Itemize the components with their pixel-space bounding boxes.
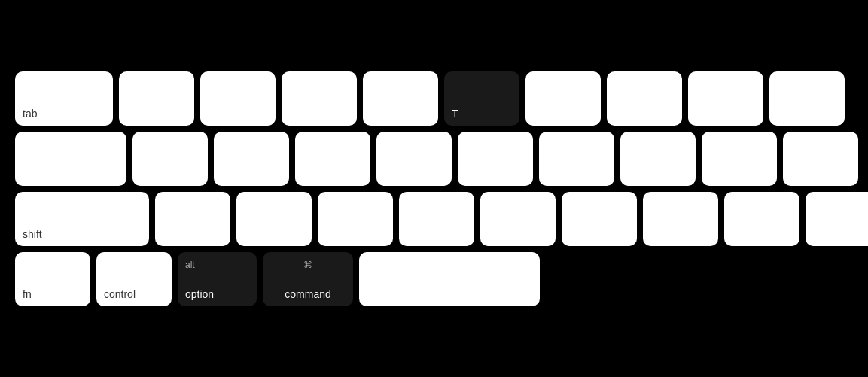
key-b[interactable]	[480, 192, 556, 246]
key-h[interactable]	[539, 132, 614, 186]
key-k[interactable]	[702, 132, 777, 186]
key-v[interactable]	[399, 192, 474, 246]
key-u[interactable]	[607, 71, 682, 126]
key-j[interactable]	[620, 132, 696, 186]
key-t[interactable]: T	[444, 71, 519, 126]
key-command-label: command	[285, 288, 330, 300]
key-fn-label: fn	[23, 288, 32, 300]
key-i[interactable]	[688, 71, 763, 126]
key-space[interactable]	[359, 252, 540, 306]
key-command-symbol: ⌘	[303, 260, 312, 270]
key-alt-option[interactable]: alt option	[178, 252, 257, 306]
key-n[interactable]	[562, 192, 637, 246]
key-r[interactable]	[363, 71, 438, 126]
key-tab[interactable]: tab	[15, 71, 113, 126]
key-s[interactable]	[214, 132, 289, 186]
key-y[interactable]	[525, 71, 601, 126]
key-control-label: control	[104, 288, 136, 300]
key-shift-label: shift	[23, 228, 42, 240]
keyboard-row-4: fn control alt option ⌘ command	[15, 252, 853, 306]
key-a[interactable]	[132, 132, 208, 186]
key-control[interactable]: control	[96, 252, 172, 306]
key-f[interactable]	[376, 132, 452, 186]
key-command[interactable]: ⌘ command	[263, 252, 353, 306]
key-o[interactable]	[769, 71, 845, 126]
keyboard: tab T shift	[0, 58, 868, 320]
keyboard-row-2	[15, 132, 853, 186]
key-d[interactable]	[295, 132, 370, 186]
key-g[interactable]	[458, 132, 533, 186]
key-fn[interactable]: fn	[15, 252, 90, 306]
keyboard-row-1: tab T	[15, 71, 853, 126]
key-caps[interactable]	[15, 132, 126, 186]
keyboard-row-3: shift	[15, 192, 853, 246]
key-w[interactable]	[200, 71, 276, 126]
key-shift-left[interactable]: shift	[15, 192, 149, 246]
key-period[interactable]	[806, 192, 868, 246]
key-c[interactable]	[318, 192, 393, 246]
key-q[interactable]	[119, 71, 194, 126]
key-e[interactable]	[282, 71, 357, 126]
key-alt-top-label: alt	[185, 260, 195, 270]
key-tab-label: tab	[23, 108, 37, 120]
key-t-label: T	[452, 108, 458, 120]
key-l[interactable]	[783, 132, 858, 186]
key-comma[interactable]	[724, 192, 799, 246]
key-x[interactable]	[236, 192, 312, 246]
key-m[interactable]	[643, 192, 718, 246]
key-z[interactable]	[155, 192, 230, 246]
key-alt-main-label: option	[185, 288, 214, 300]
